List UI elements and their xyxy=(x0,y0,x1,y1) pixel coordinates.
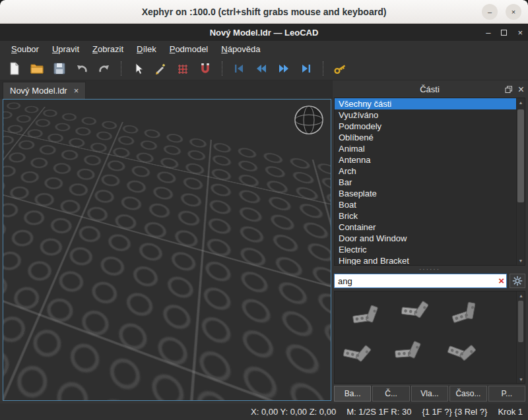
maximize-button[interactable] xyxy=(501,30,507,36)
part-thumbnail[interactable] xyxy=(398,297,436,326)
model-tab[interactable]: Nový Model.ldr × xyxy=(3,82,86,99)
part-thumbnail[interactable] xyxy=(349,302,387,331)
close-button[interactable]: × xyxy=(506,4,521,20)
results-scrollbar[interactable]: ▲ ▼ xyxy=(516,291,525,383)
parts-panel-title: Části xyxy=(420,84,440,94)
menu-napoveda[interactable]: Nápověda xyxy=(215,43,266,55)
leocad-titlebar[interactable]: Nový Model.ldr — LeoCAD – × xyxy=(0,24,528,41)
select-tool-button[interactable] xyxy=(129,59,147,78)
part-thumbnail[interactable] xyxy=(444,339,482,368)
category-item[interactable]: Podmodely xyxy=(335,121,516,132)
scrollbar-thumb[interactable] xyxy=(517,109,524,202)
snap-grid-toggle[interactable] xyxy=(174,59,192,78)
toolbar-separator xyxy=(121,61,121,76)
clear-search-icon[interactable]: × xyxy=(498,275,504,287)
minimize-button[interactable]: – xyxy=(486,28,490,38)
menu-zobrazit[interactable]: Zobrazit xyxy=(86,43,129,55)
save-file-button[interactable] xyxy=(50,59,69,78)
tab-close-icon[interactable]: × xyxy=(74,86,79,96)
scrollbar-track[interactable] xyxy=(517,107,525,256)
category-item[interactable]: Electric xyxy=(335,244,516,255)
scroll-up-icon[interactable]: ▲ xyxy=(517,291,525,299)
toolbar xyxy=(0,57,528,80)
category-item[interactable]: Využíváno xyxy=(335,109,516,121)
dock-tab-casova-osa[interactable]: Časo... xyxy=(449,386,486,402)
category-item[interactable]: Container xyxy=(335,222,516,233)
leocad-window: Nový Model.ldr — LeoCAD – × Soubor Uprav… xyxy=(0,24,528,420)
gear-icon xyxy=(512,276,523,286)
scroll-down-icon[interactable]: ▼ xyxy=(517,375,525,383)
screen: Xephyr on :100.0 (ctrl+shift grabs mouse… xyxy=(0,0,528,420)
category-item[interactable]: Hinge and Bracket xyxy=(335,255,516,265)
category-list-container: Všechny části Využíváno Podmodely Oblíbe… xyxy=(334,98,525,266)
xephyr-window-controls: – × xyxy=(482,4,521,20)
xephyr-window-title: Xephyr on :100.0 (ctrl+shift grabs mouse… xyxy=(142,7,387,17)
previous-step-button[interactable] xyxy=(252,59,271,78)
part-thumbnail[interactable] xyxy=(448,299,486,328)
close-icon: × xyxy=(512,8,515,16)
search-box: × xyxy=(334,274,507,288)
scroll-up-icon[interactable]: ▲ xyxy=(517,98,525,107)
part-thumbnail[interactable] xyxy=(391,338,430,367)
toolbar-separator xyxy=(222,61,222,76)
parts-panel-header[interactable]: Části × xyxy=(334,80,525,98)
toolbar-separator xyxy=(323,61,323,76)
view-sphere-icon[interactable] xyxy=(294,105,324,135)
parts-search-input[interactable] xyxy=(334,274,507,288)
menu-soubor[interactable]: Soubor xyxy=(5,43,45,55)
time-lock-button[interactable] xyxy=(331,59,349,78)
category-item[interactable]: Antenna xyxy=(335,154,516,165)
parts-results-grid: ▲ ▼ xyxy=(334,291,525,384)
category-item[interactable]: Boat xyxy=(335,199,516,210)
scroll-down-icon[interactable]: ▼ xyxy=(517,256,525,265)
menu-dilek[interactable]: Dílek xyxy=(131,43,162,55)
model-tab-label: Nový Model.ldr xyxy=(10,86,67,96)
undock-icon[interactable] xyxy=(505,86,513,94)
minimize-icon: – xyxy=(488,8,492,16)
status-position: X: 0,00 Y: 0,00 Z: 0,00 xyxy=(251,407,336,417)
viewport-3d[interactable] xyxy=(3,99,331,401)
dock-tab-vlastnosti[interactable]: Vla... xyxy=(411,386,448,402)
scrollbar-thumb[interactable] xyxy=(518,301,523,342)
minimize-button[interactable]: – xyxy=(482,4,498,20)
model-tabbar: Nový Model.ldr × xyxy=(0,80,333,99)
panel-close-icon[interactable]: × xyxy=(518,84,524,96)
parts-search-row: × xyxy=(334,272,525,289)
next-step-button[interactable] xyxy=(275,59,293,78)
category-item[interactable]: Bar xyxy=(335,177,516,188)
xephyr-titlebar[interactable]: Xephyr on :100.0 (ctrl+shift grabs mouse… xyxy=(0,0,528,24)
category-list-scrollbar[interactable]: ▲ ▼ xyxy=(516,98,525,265)
category-item[interactable]: Animal xyxy=(335,143,516,154)
first-step-button[interactable] xyxy=(230,59,248,78)
last-step-button[interactable] xyxy=(297,59,315,78)
previous-step-icon xyxy=(255,62,268,75)
parts-settings-button[interactable] xyxy=(510,274,525,288)
panel-splitter-handle[interactable]: ······ xyxy=(334,266,525,272)
category-item[interactable]: Door and Window xyxy=(335,233,516,244)
category-item[interactable]: Oblíbené xyxy=(335,132,516,143)
dock-tab-p[interactable]: P... xyxy=(488,386,525,402)
undo-button[interactable] xyxy=(73,59,91,78)
category-item[interactable]: Baseplate xyxy=(335,188,516,199)
baseplate-grid xyxy=(3,99,331,401)
snap-angle-toggle[interactable] xyxy=(196,59,214,78)
workspace: Nový Model.ldr × Části xyxy=(0,80,528,404)
draw-tool-button[interactable] xyxy=(151,59,170,78)
first-step-icon xyxy=(232,62,246,75)
redo-button[interactable] xyxy=(95,59,114,78)
category-list: Všechny části Využíváno Podmodely Oblíbe… xyxy=(335,98,516,265)
new-file-button[interactable] xyxy=(5,59,24,78)
dock-tab-casti[interactable]: Č... xyxy=(372,386,409,402)
menu-upravit[interactable]: Upravit xyxy=(46,43,85,55)
category-item[interactable]: Brick xyxy=(335,210,516,222)
category-item[interactable]: Arch xyxy=(335,165,516,177)
part-thumbnail[interactable] xyxy=(340,340,378,369)
menu-podmodel[interactable]: Podmodel xyxy=(164,43,214,55)
dock-tab-barvy[interactable]: Ba... xyxy=(334,386,371,402)
magnet-icon xyxy=(199,62,212,75)
status-transform: {1 1F ?} {3 Rel ?} xyxy=(422,407,487,417)
open-file-button[interactable] xyxy=(28,59,46,78)
undo-icon xyxy=(75,62,88,75)
category-item[interactable]: Všechny části xyxy=(335,98,516,109)
close-button[interactable]: × xyxy=(517,28,523,38)
